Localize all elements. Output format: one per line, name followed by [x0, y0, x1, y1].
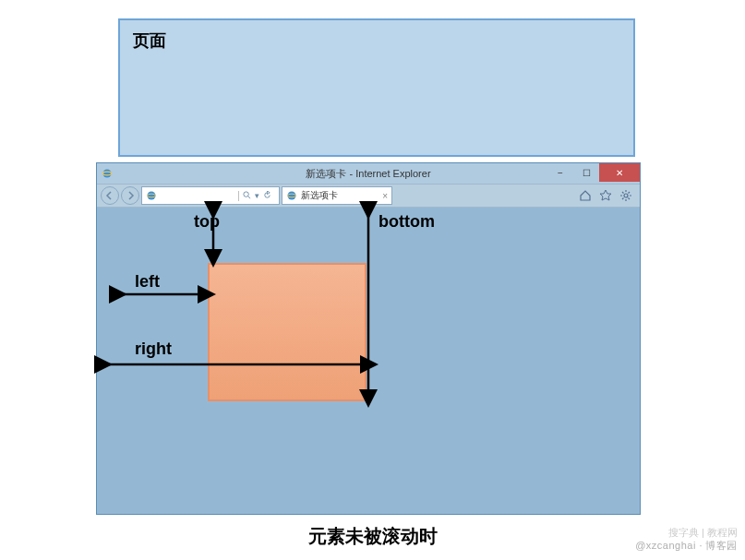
tab-favicon-icon — [286, 190, 297, 201]
svg-point-8 — [624, 194, 628, 197]
close-button[interactable]: ✕ — [599, 163, 640, 182]
svg-point-0 — [103, 170, 112, 178]
element-box — [208, 263, 366, 401]
refresh-icon[interactable] — [263, 191, 271, 201]
titlebar: 新选项卡 - Internet Explorer − ☐ ✕ — [97, 163, 640, 184]
home-icon[interactable] — [579, 189, 592, 202]
svg-point-2 — [148, 192, 156, 200]
svg-point-6 — [288, 192, 296, 200]
window-title: 新选项卡 - Internet Explorer — [306, 167, 430, 181]
label-right: right — [135, 340, 172, 359]
page-label: 页面 — [133, 30, 620, 52]
label-bottom: bottom — [379, 212, 435, 232]
window-controls: − ☐ ✕ — [547, 163, 640, 182]
svg-line-5 — [247, 196, 250, 198]
ie-favicon-icon — [146, 190, 157, 201]
address-bar-search[interactable]: ▾ — [238, 191, 275, 201]
caption: 元素未被滚动时 — [0, 524, 745, 549]
search-icon — [243, 191, 251, 201]
tab-label: 新选项卡 — [301, 189, 338, 202]
tab-close-icon[interactable]: × — [382, 191, 388, 201]
arrow-top — [207, 207, 220, 262]
page-background-box: 页面 — [118, 18, 635, 157]
back-button[interactable] — [101, 186, 119, 205]
favorites-icon[interactable] — [599, 189, 612, 202]
maximize-button[interactable]: ☐ — [573, 163, 599, 182]
gear-icon[interactable] — [619, 189, 632, 202]
browser-tab[interactable]: 新选项卡 × — [282, 186, 392, 205]
watermark-site: 搜字典 | 教程网 — [668, 526, 738, 540]
arrow-bottom — [362, 207, 375, 402]
minimize-button[interactable]: − — [547, 163, 573, 182]
forward-button[interactable] — [121, 186, 139, 205]
toolbar: ▾ 新选项卡 × — [97, 184, 640, 208]
address-bar[interactable]: ▾ — [141, 186, 280, 205]
ie-logo-icon — [101, 167, 114, 180]
watermark-author: @xzcanghai · 博客园 — [635, 539, 738, 553]
toolbar-right — [579, 189, 636, 202]
arrow-left — [114, 288, 210, 301]
nav-arrows — [101, 186, 139, 205]
arrow-right — [100, 358, 373, 371]
